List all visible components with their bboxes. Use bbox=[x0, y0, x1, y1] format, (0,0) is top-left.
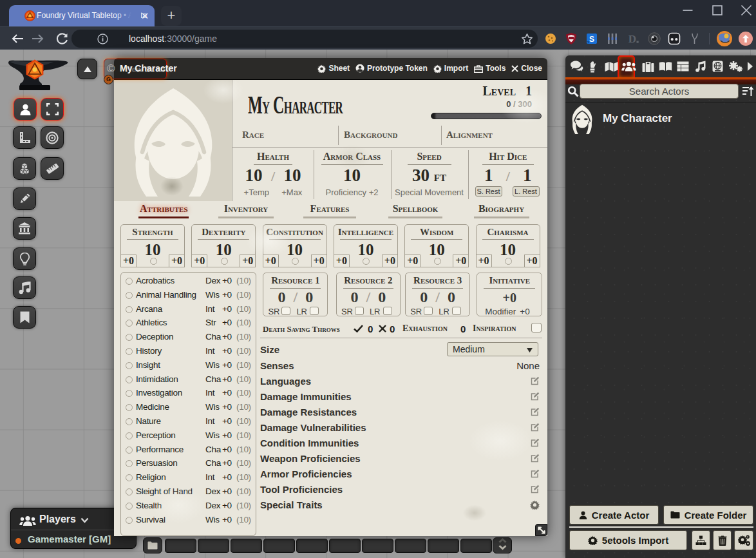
svg-text:S: S bbox=[589, 35, 594, 44]
svg-text:D: D bbox=[628, 33, 636, 45]
